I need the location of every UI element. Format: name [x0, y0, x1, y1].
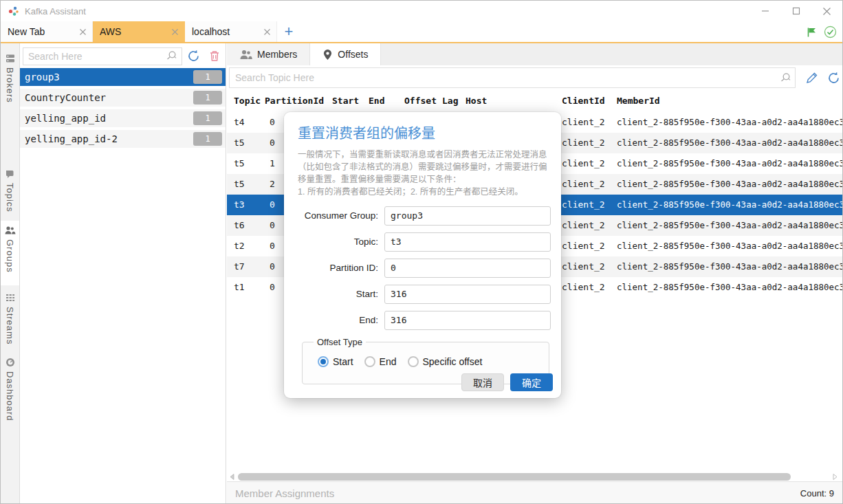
- offsets-pin-icon: [322, 49, 333, 61]
- cell-topic: t1: [234, 277, 245, 298]
- groups-icon: [4, 225, 16, 236]
- close-button[interactable]: [811, 1, 842, 21]
- offset-type-radio[interactable]: Specific offset: [408, 356, 483, 367]
- dialog-description: 一般情况下，当需要重新读取消息或者因消费者无法正常处理消息（比如包含了非法格式的…: [298, 149, 549, 186]
- cell-topic: t6: [234, 215, 245, 236]
- row-count: Count: 9: [800, 488, 834, 498]
- group-name: CountryCounter: [25, 92, 106, 103]
- field-label: Topic:: [298, 237, 384, 247]
- sidebar-item-groups[interactable]: Groups: [1, 221, 19, 285]
- tab-close-icon[interactable]: [263, 28, 271, 36]
- cell-client-id: client_2: [562, 195, 605, 215]
- horizontal-scrollbar[interactable]: [227, 472, 843, 481]
- cancel-button[interactable]: 取消: [461, 373, 504, 391]
- connection-tab[interactable]: New Tab: [1, 21, 93, 42]
- sidebar-item-brokers[interactable]: Brokers: [1, 49, 19, 107]
- group-count-badge: 1: [193, 70, 222, 84]
- refresh-offsets-icon[interactable]: [826, 71, 841, 85]
- group-list-item[interactable]: group3 1: [20, 68, 226, 86]
- connection-tabbar: New Tab AWS localhost +: [1, 21, 842, 43]
- form-field: Partition ID:: [298, 259, 551, 278]
- cell-topic: t5: [234, 174, 245, 195]
- column-header[interactable]: ClientId: [562, 90, 605, 112]
- field-input[interactable]: [384, 311, 551, 330]
- members-icon: [239, 49, 252, 61]
- tab-members[interactable]: Members: [227, 43, 310, 65]
- radio-icon[interactable]: [408, 356, 419, 367]
- activity-bar: Brokers Topics Groups: [1, 43, 20, 504]
- offset-type-radio[interactable]: End: [364, 356, 397, 367]
- close-icon: [822, 7, 831, 16]
- topic-search-input[interactable]: [229, 67, 796, 88]
- trash-icon[interactable]: [208, 50, 221, 63]
- cell-client-id: client_2: [562, 277, 605, 298]
- field-input[interactable]: [384, 285, 551, 304]
- cell-client-id: client_2: [562, 112, 605, 133]
- column-header[interactable]: Host: [466, 90, 487, 112]
- field-input[interactable]: [384, 259, 551, 278]
- cell-partition: 0: [270, 256, 275, 277]
- column-header[interactable]: Offset: [404, 90, 437, 112]
- sidebar-item-dashboard[interactable]: Dashboard: [1, 353, 19, 426]
- group-list-item[interactable]: yelling_app_id-2 1: [20, 130, 226, 148]
- minimize-icon: [761, 7, 769, 15]
- column-header[interactable]: Topic: [234, 90, 261, 112]
- member-assignments-bar[interactable]: Member Assignments Count: 9: [227, 481, 843, 504]
- group-list-item[interactable]: yelling_app_id 1: [20, 109, 226, 127]
- radio-label: Start: [333, 356, 353, 367]
- field-input[interactable]: [384, 206, 551, 226]
- add-tab-button[interactable]: +: [277, 21, 300, 42]
- edit-pencil-icon[interactable]: [805, 71, 819, 85]
- radio-icon[interactable]: [318, 356, 329, 367]
- app-window: Kafka Assistant New Tab AWS: [0, 0, 843, 504]
- brokers-icon: [5, 53, 16, 64]
- app-logo-icon: [8, 6, 19, 17]
- groups-toolbar: [20, 46, 226, 67]
- column-header[interactable]: End: [369, 90, 384, 112]
- offset-type-radio[interactable]: Start: [318, 356, 353, 367]
- connection-status: [806, 21, 837, 42]
- titlebar: Kafka Assistant: [1, 1, 842, 21]
- scrollbar-thumb[interactable]: [238, 473, 791, 481]
- cell-member-id: client_2-885f950e-f300-43aa-a0d2-aa4a188…: [617, 215, 843, 236]
- radio-icon[interactable]: [364, 356, 375, 367]
- tab-close-icon[interactable]: [171, 28, 179, 36]
- column-header[interactable]: MemberId: [617, 90, 660, 112]
- refresh-groups-icon[interactable]: [186, 49, 201, 63]
- sidebar-item-topics[interactable]: Topics: [1, 164, 19, 217]
- group-list-item[interactable]: CountryCounter 1: [20, 89, 226, 107]
- group-name: group3: [25, 72, 60, 83]
- cell-client-id: client_2: [562, 236, 605, 256]
- field-label: End:: [298, 315, 384, 325]
- tab-close-icon[interactable]: [79, 28, 87, 36]
- group-search-input[interactable]: [23, 47, 182, 65]
- field-label: Consumer Group:: [298, 210, 384, 221]
- ok-button[interactable]: 确定: [510, 373, 553, 391]
- minimize-button[interactable]: [749, 1, 780, 21]
- cell-partition: 0: [270, 133, 275, 153]
- streams-icon: [5, 292, 16, 303]
- tab-offsets[interactable]: Offsets: [310, 43, 381, 65]
- scroll-left-icon[interactable]: [228, 473, 236, 481]
- connected-check-icon[interactable]: [824, 25, 837, 39]
- dialog-title: 重置消费者组的偏移量: [298, 122, 551, 142]
- cell-partition: 1: [270, 153, 275, 174]
- scroll-right-icon[interactable]: [831, 473, 839, 481]
- cell-client-id: client_2: [562, 215, 605, 236]
- column-header[interactable]: Start: [332, 90, 359, 112]
- cell-client-id: client_2: [562, 174, 605, 195]
- form-field: Topic:: [298, 232, 551, 252]
- flag-icon[interactable]: [806, 26, 818, 38]
- field-input[interactable]: [384, 232, 551, 252]
- cell-partition: 0: [270, 112, 275, 133]
- connection-tab[interactable]: localhost: [185, 21, 277, 42]
- connection-tab[interactable]: AWS: [93, 21, 185, 42]
- column-header[interactable]: PartitionId: [265, 90, 324, 112]
- cell-topic: t5: [234, 153, 245, 174]
- sidebar-item-streams[interactable]: Streams: [1, 288, 19, 349]
- cell-partition: 0: [270, 195, 275, 215]
- maximize-button[interactable]: [780, 1, 811, 21]
- radio-label: Specific offset: [423, 356, 483, 367]
- column-header[interactable]: Lag: [442, 90, 458, 112]
- search-icon: [166, 50, 177, 61]
